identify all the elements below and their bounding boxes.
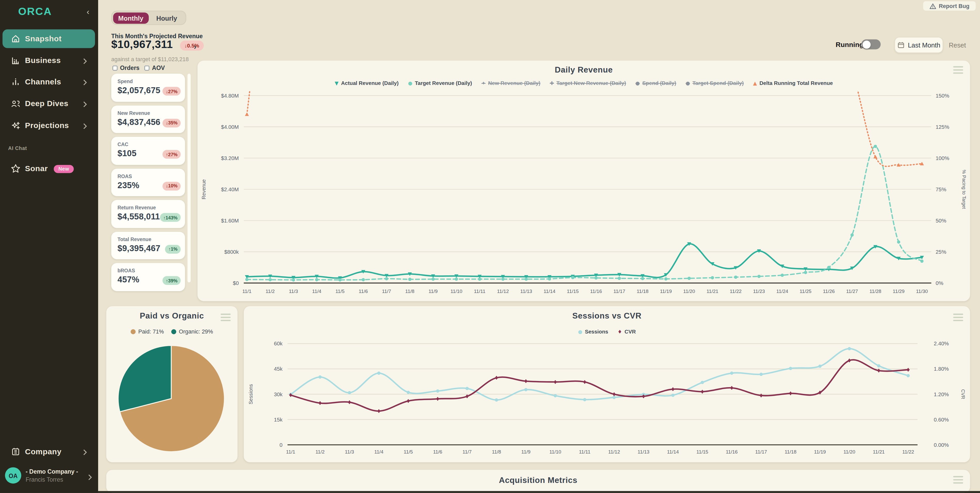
report-bug-button[interactable]: Report Bug bbox=[923, 1, 975, 11]
svg-text:11/11: 11/11 bbox=[474, 289, 485, 294]
svg-text:11/22: 11/22 bbox=[902, 449, 914, 455]
people-icon bbox=[11, 99, 21, 108]
metric-card-cac: CAC$105↑27% bbox=[111, 137, 185, 165]
expand-chevron-icon[interactable]: › bbox=[194, 42, 197, 51]
svg-text:11/13: 11/13 bbox=[520, 289, 532, 294]
panel-title: Acquisition Metrics bbox=[106, 476, 970, 485]
sidebar-item-deep-dives[interactable]: Deep Dives bbox=[3, 94, 95, 113]
new-badge: New bbox=[54, 165, 73, 173]
svg-text:11/28: 11/28 bbox=[869, 289, 881, 294]
svg-text:11/3: 11/3 bbox=[289, 289, 298, 294]
svg-text:11/21: 11/21 bbox=[706, 289, 718, 294]
metric-value: 457% bbox=[118, 275, 140, 284]
sidebar-item-snapshot[interactable]: Snapshot bbox=[3, 29, 95, 48]
svg-text:50%: 50% bbox=[935, 218, 946, 224]
svg-text:11/8: 11/8 bbox=[492, 449, 501, 455]
sidebar-item-sonar[interactable]: Sonar New bbox=[3, 159, 95, 178]
svg-text:11/17: 11/17 bbox=[755, 449, 767, 455]
svg-text:1.80%: 1.80% bbox=[934, 366, 949, 372]
sidebar-item-channels[interactable]: Channels bbox=[3, 73, 95, 91]
svg-text:15k: 15k bbox=[274, 417, 283, 423]
sidebar-item-label: Snapshot bbox=[25, 34, 62, 43]
svg-text:Revenue: Revenue bbox=[201, 180, 207, 200]
metric-delta-badge: ↑143% bbox=[160, 213, 181, 222]
svg-text:$1.60M: $1.60M bbox=[221, 218, 239, 224]
chevron-right-icon bbox=[83, 79, 87, 87]
svg-text:$4.80M: $4.80M bbox=[221, 93, 239, 99]
projected-revenue-value: $10,967,311 bbox=[111, 38, 173, 51]
sidebar-item-label: Deep Dives bbox=[25, 99, 68, 108]
svg-text:150%: 150% bbox=[935, 93, 949, 99]
metric-label: bROAS bbox=[118, 268, 135, 274]
avatar[interactable]: OA bbox=[5, 467, 21, 483]
metric-card-new-revenue: New Revenue$4,837,456↓35% bbox=[111, 105, 185, 133]
svg-text:CVR: CVR bbox=[960, 389, 966, 399]
svg-text:11/14: 11/14 bbox=[667, 449, 679, 455]
svg-text:0%: 0% bbox=[935, 280, 943, 286]
metric-card-roas: ROAS235%↓10% bbox=[111, 168, 185, 196]
svg-text:0.60%: 0.60% bbox=[934, 417, 949, 423]
sidebar-item-label: Projections bbox=[25, 121, 69, 130]
acquisition-metrics-panel: Acquisition Metrics bbox=[106, 470, 970, 493]
metric-delta-badge: ↓27% bbox=[163, 87, 181, 95]
svg-text:$2.40M: $2.40M bbox=[221, 186, 239, 192]
svg-text:11/11: 11/11 bbox=[579, 449, 590, 455]
panel-menu-icon[interactable] bbox=[953, 476, 963, 483]
svg-text:11/8: 11/8 bbox=[405, 289, 414, 294]
svg-text:11/4: 11/4 bbox=[374, 449, 383, 455]
sidebar: ORCA ‹ SnapshotBusinessChannelsDeep Dive… bbox=[0, 0, 98, 493]
metric-label: Total Revenue bbox=[118, 237, 151, 242]
metric-label: CAC bbox=[118, 142, 128, 147]
svg-text:11/13: 11/13 bbox=[638, 449, 649, 455]
chevron-right-icon bbox=[83, 100, 87, 109]
running-label: Running bbox=[836, 41, 864, 48]
metric-card-total-revenue: Total Revenue$9,395,467↑1% bbox=[111, 232, 185, 259]
metric-filters: Orders AOV bbox=[113, 64, 165, 71]
svg-text:11/15: 11/15 bbox=[697, 449, 708, 455]
cards-scrollbar[interactable] bbox=[188, 74, 190, 282]
metric-value: $2,057,675 bbox=[118, 86, 161, 95]
chevron-right-icon[interactable] bbox=[88, 472, 92, 483]
sidebar-item-business[interactable]: Business bbox=[3, 51, 95, 70]
svg-text:$3.20M: $3.20M bbox=[221, 155, 239, 161]
metric-card-spend: Spend$2,057,675↓27% bbox=[111, 74, 185, 102]
tab-hourly[interactable]: Hourly bbox=[149, 12, 185, 24]
svg-text:11/18: 11/18 bbox=[784, 449, 796, 455]
metric-delta-badge: ↓35% bbox=[163, 118, 181, 127]
sidebar-collapse-button[interactable]: ‹ bbox=[87, 7, 90, 16]
svg-text:11/6: 11/6 bbox=[359, 289, 368, 294]
sidebar-item-projections[interactable]: Projections bbox=[3, 116, 95, 135]
svg-text:11/12: 11/12 bbox=[497, 289, 509, 294]
tab-monthly[interactable]: Monthly bbox=[113, 12, 149, 24]
svg-text:11/20: 11/20 bbox=[683, 289, 695, 294]
report-bug-label: Report Bug bbox=[939, 3, 969, 9]
metric-value: $4,837,456 bbox=[118, 117, 161, 126]
orders-checkbox[interactable] bbox=[113, 65, 118, 70]
svg-text:11/23: 11/23 bbox=[753, 289, 765, 294]
projected-revenue-delta-badge: ↓0.5% bbox=[180, 41, 204, 51]
sidebar-item-company[interactable]: Company bbox=[3, 442, 95, 461]
svg-text:11/9: 11/9 bbox=[521, 449, 530, 455]
warning-icon bbox=[929, 3, 936, 9]
svg-text:11/10: 11/10 bbox=[549, 449, 561, 455]
running-toggle[interactable] bbox=[861, 39, 881, 49]
svg-text:11/24: 11/24 bbox=[776, 289, 788, 294]
daily-revenue-chart: $4.80M150%$4.00M125%$3.20M100%$2.40M75%$… bbox=[197, 60, 970, 301]
sparkles-icon bbox=[11, 120, 21, 130]
aov-checkbox[interactable] bbox=[144, 65, 149, 70]
sidebar-item-label: Sonar bbox=[25, 164, 48, 173]
svg-text:Sessions: Sessions bbox=[248, 384, 254, 404]
metric-value: $105 bbox=[118, 149, 137, 158]
metric-delta-badge: ↑39% bbox=[163, 276, 181, 285]
svg-text:11/20: 11/20 bbox=[843, 449, 855, 455]
date-range-button[interactable]: Last Month bbox=[894, 37, 943, 53]
svg-text:100%: 100% bbox=[935, 155, 949, 161]
bar-chart-icon bbox=[11, 77, 21, 87]
reset-button[interactable]: Reset bbox=[949, 41, 966, 49]
svg-text:11/19: 11/19 bbox=[814, 449, 826, 455]
metric-value: $9,395,467 bbox=[118, 243, 161, 253]
svg-text:11/15: 11/15 bbox=[567, 289, 579, 294]
metric-delta-badge: ↓10% bbox=[163, 181, 181, 190]
svg-text:11/4: 11/4 bbox=[312, 289, 321, 294]
star-icon bbox=[11, 164, 21, 174]
